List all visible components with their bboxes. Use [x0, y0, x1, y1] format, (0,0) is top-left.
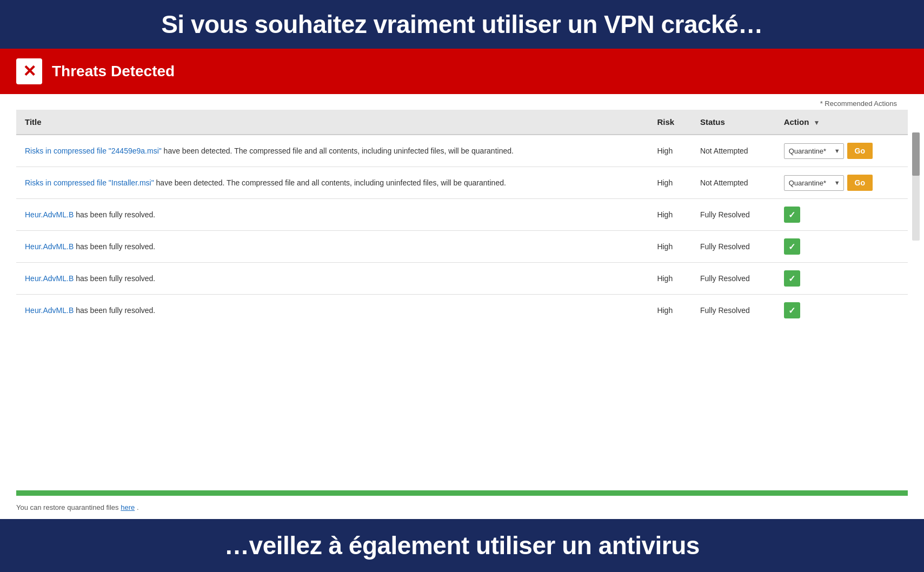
- table-row: Heur.AdvML.B has been fully resolved.Hig…: [16, 199, 908, 231]
- cell-status: Fully Resolved: [692, 199, 775, 231]
- cell-status: Fully Resolved: [692, 263, 775, 295]
- main-content: ✕ Threats Detected * Recommended Actions…: [0, 49, 924, 519]
- cell-action: Quarantine*▼Go: [775, 167, 908, 199]
- threat-link[interactable]: Risks in compressed file "Installer.msi": [25, 178, 154, 187]
- dropdown-arrow-icon: ▼: [831, 179, 843, 186]
- cell-title: Heur.AdvML.B has been fully resolved.: [16, 199, 648, 231]
- threat-link[interactable]: Risks in compressed file "24459e9a.msi": [25, 147, 162, 155]
- table-row: Risks in compressed file "Installer.msi"…: [16, 167, 908, 199]
- cell-status: Fully Resolved: [692, 231, 775, 263]
- quarantine-dropdown-container: Quarantine*▼: [784, 143, 844, 159]
- table-wrapper: * Recommended Actions Title Risk Status …: [0, 94, 924, 519]
- cell-risk: High: [648, 263, 692, 295]
- recommended-note: * Recommended Actions: [0, 94, 924, 110]
- go-button[interactable]: Go: [847, 175, 873, 191]
- threat-link[interactable]: Heur.AdvML.B: [25, 242, 74, 251]
- col-title: Title: [16, 110, 648, 135]
- quarantine-select[interactable]: Quarantine*: [785, 144, 831, 158]
- cell-title: Heur.AdvML.B has been fully resolved.: [16, 295, 648, 327]
- cell-status: Fully Resolved: [692, 295, 775, 327]
- x-icon-circle: ✕: [16, 58, 42, 84]
- threats-header: ✕ Threats Detected: [0, 49, 924, 94]
- scrollbar-thumb[interactable]: [912, 132, 920, 176]
- cell-risk: High: [648, 295, 692, 327]
- top-banner-text: Si vous souhaitez vraiment utiliser un V…: [22, 10, 902, 39]
- action-cell: Quarantine*▼Go: [784, 175, 899, 191]
- threats-table: Title Risk Status Action ▼ Risks in comp…: [16, 110, 908, 326]
- cell-title: Heur.AdvML.B has been fully resolved.: [16, 263, 648, 295]
- quarantine-dropdown-container: Quarantine*▼: [784, 175, 844, 191]
- quarantine-select[interactable]: Quarantine*: [785, 176, 831, 190]
- cell-title: Risks in compressed file "Installer.msi"…: [16, 167, 648, 199]
- table-row: Risks in compressed file "24459e9a.msi" …: [16, 135, 908, 167]
- dropdown-arrow-icon: ▼: [831, 148, 843, 154]
- bottom-banner: …veillez à également utiliser un antivir…: [0, 519, 924, 572]
- cell-title: Risks in compressed file "24459e9a.msi" …: [16, 135, 648, 167]
- table-row: Heur.AdvML.B has been fully resolved.Hig…: [16, 231, 908, 263]
- col-risk: Risk: [648, 110, 692, 135]
- scroll-area: Title Risk Status Action ▼ Risks in comp…: [0, 110, 924, 490]
- top-banner: Si vous souhaitez vraiment utiliser un V…: [0, 0, 924, 49]
- table-row: Heur.AdvML.B has been fully resolved.Hig…: [16, 295, 908, 327]
- cell-action: Quarantine*▼Go: [775, 135, 908, 167]
- bottom-banner-text: …veillez à également utiliser un antivir…: [22, 531, 902, 560]
- cell-risk: High: [648, 231, 692, 263]
- cell-risk: High: [648, 167, 692, 199]
- checkmark-icon: ✓: [784, 270, 800, 287]
- restore-note: You can restore quarantined files here .: [0, 496, 924, 519]
- checkmark-icon: ✓: [784, 302, 800, 318]
- table-row: Heur.AdvML.B has been fully resolved.Hig…: [16, 263, 908, 295]
- cell-action: ✓: [775, 231, 908, 263]
- checkmark-icon: ✓: [784, 238, 800, 255]
- restore-link[interactable]: here: [121, 503, 135, 511]
- threat-link[interactable]: Heur.AdvML.B: [25, 274, 74, 283]
- scroll-green-indicator: [16, 490, 908, 496]
- threat-link[interactable]: Heur.AdvML.B: [25, 306, 74, 315]
- sort-arrow-icon[interactable]: ▼: [814, 119, 820, 127]
- col-action: Action ▼: [775, 110, 908, 135]
- cell-status: Not Attempted: [692, 135, 775, 167]
- cell-action: ✓: [775, 263, 908, 295]
- cell-status: Not Attempted: [692, 167, 775, 199]
- cell-risk: High: [648, 135, 692, 167]
- cell-title: Heur.AdvML.B has been fully resolved.: [16, 231, 648, 263]
- cell-action: ✓: [775, 199, 908, 231]
- threats-title: Threats Detected: [52, 63, 175, 80]
- go-button[interactable]: Go: [847, 143, 873, 159]
- col-status: Status: [692, 110, 775, 135]
- table-header-row: Title Risk Status Action ▼: [16, 110, 908, 135]
- scrollbar-track[interactable]: [912, 132, 920, 241]
- threat-link[interactable]: Heur.AdvML.B: [25, 210, 74, 219]
- x-icon: ✕: [23, 63, 36, 79]
- action-cell: Quarantine*▼Go: [784, 143, 899, 159]
- checkmark-icon: ✓: [784, 207, 800, 223]
- cell-action: ✓: [775, 295, 908, 327]
- cell-risk: High: [648, 199, 692, 231]
